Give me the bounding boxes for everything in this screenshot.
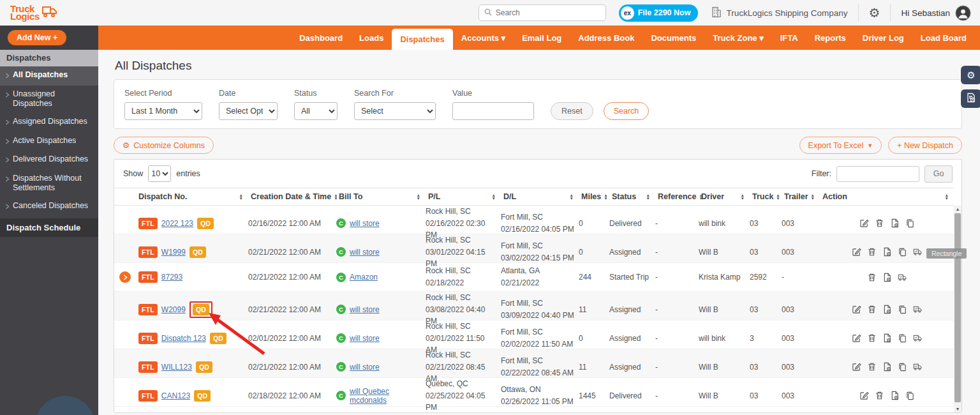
- table-scrollbar[interactable]: ▲ ▼: [954, 206, 961, 412]
- settings-gear-icon[interactable]: ⚙: [869, 6, 880, 19]
- delete-icon[interactable]: [867, 305, 877, 314]
- column-header-p-l[interactable]: P/L▲▼: [426, 192, 501, 201]
- export-to-excel-button[interactable]: Export To Excel ▼: [799, 137, 882, 154]
- bill-to-link[interactable]: will store: [350, 248, 380, 257]
- delete-icon[interactable]: [867, 273, 877, 282]
- nav-item-driver-log[interactable]: Driver Log: [854, 26, 912, 50]
- nav-item-ifta[interactable]: IFTA: [772, 26, 806, 50]
- truck-icon[interactable]: [913, 305, 923, 314]
- sidebar-item-canceled-dispatches[interactable]: Canceled Dispatches: [0, 197, 98, 216]
- qd-badge[interactable]: QD: [193, 304, 209, 315]
- chat-bubble-button[interactable]: [35, 396, 95, 415]
- scroll-up-icon[interactable]: ▲: [954, 207, 961, 211]
- truck-icon[interactable]: [913, 333, 923, 343]
- copy-icon[interactable]: [898, 247, 907, 257]
- sort-icon[interactable]: ▲▼: [492, 193, 496, 200]
- nav-item-address-book[interactable]: Address Book: [570, 26, 642, 50]
- sort-icon[interactable]: ▲▼: [776, 193, 780, 200]
- qd-badge[interactable]: QD: [196, 361, 212, 373]
- qd-badge[interactable]: QD: [189, 246, 206, 258]
- search-button[interactable]: Search: [604, 102, 650, 120]
- truck-icon[interactable]: [913, 247, 923, 257]
- scrollbar-thumb[interactable]: [954, 213, 961, 402]
- document-icon[interactable]: [882, 273, 892, 282]
- side-report-log-button[interactable]: [961, 89, 980, 108]
- nav-item-loads[interactable]: Loads: [351, 26, 392, 50]
- go-button[interactable]: Go: [924, 165, 953, 183]
- edit-icon[interactable]: [852, 362, 861, 372]
- sort-icon[interactable]: ▲▼: [604, 193, 607, 200]
- scroll-down-icon[interactable]: ▼: [954, 407, 961, 411]
- column-header-miles[interactable]: Miles▲▼: [579, 192, 609, 201]
- column-header-bill-to[interactable]: Bill To▲▼: [336, 192, 426, 201]
- qd-badge[interactable]: QD: [194, 390, 211, 402]
- edit-icon[interactable]: [852, 247, 861, 257]
- user-avatar-icon[interactable]: [955, 5, 971, 21]
- copy-icon[interactable]: [898, 305, 907, 314]
- column-header-dispatch-no[interactable]: Dispatch No.▲▼: [136, 192, 248, 201]
- delete-icon[interactable]: [867, 247, 877, 257]
- sidebar-item-dispatches-without-settlements[interactable]: Dispatches Without Settlements: [0, 170, 98, 197]
- bill-to-link[interactable]: will store: [350, 219, 380, 228]
- dispatch-number-link[interactable]: 2022 123: [161, 219, 193, 228]
- company-selector[interactable]: TruckLogics Shipping Company: [711, 6, 847, 20]
- reset-button[interactable]: Reset: [551, 102, 593, 120]
- document-icon[interactable]: [882, 362, 892, 372]
- nav-item-accounts[interactable]: Accounts ▾: [453, 26, 514, 50]
- dispatch-number-link[interactable]: W1999: [161, 248, 186, 257]
- sidebar-item-unassigned-dispatches[interactable]: Unassigned Dispatches: [0, 86, 98, 113]
- truck-icon[interactable]: [913, 362, 923, 372]
- sidebar-item-all-dispatches[interactable]: All Dispatches: [0, 66, 98, 86]
- edit-icon[interactable]: [852, 333, 861, 343]
- bill-to-link[interactable]: will store: [350, 305, 380, 314]
- dispatch-number-link[interactable]: W2099: [161, 305, 186, 314]
- column-header-status[interactable]: Status▲▼: [609, 192, 655, 201]
- trucklogics-logo[interactable]: Truck Logics: [10, 4, 60, 22]
- side-gear-button[interactable]: ⚙: [961, 66, 980, 84]
- nav-item-documents[interactable]: Documents: [642, 26, 704, 50]
- nav-item-truck-zone[interactable]: Truck Zone ▾: [704, 26, 772, 50]
- column-header-d-l[interactable]: D/L▲▼: [501, 192, 579, 201]
- bill-to-link[interactable]: will Quebec mcdonalds: [350, 387, 423, 405]
- file-2290-button[interactable]: ex File 2290 Now: [619, 4, 699, 22]
- sort-icon[interactable]: ▲▼: [646, 193, 650, 200]
- copy-icon[interactable]: [898, 333, 907, 343]
- dispatch-number-link[interactable]: Dispatch 123: [161, 334, 206, 343]
- delete-icon[interactable]: [867, 333, 877, 343]
- delete-icon[interactable]: [867, 362, 877, 372]
- qd-badge[interactable]: QD: [210, 333, 226, 344]
- dispatch-number-link[interactable]: 87293: [161, 273, 182, 282]
- edit-icon[interactable]: [859, 391, 869, 400]
- expand-row-button[interactable]: [119, 271, 131, 283]
- nav-item-load-board[interactable]: Load Board: [912, 26, 975, 50]
- sort-icon[interactable]: ▲▼: [741, 193, 745, 200]
- select-period-dropdown[interactable]: Last 1 Month: [124, 102, 202, 120]
- nav-item-dispatches[interactable]: Dispatches: [392, 29, 452, 50]
- sidebar-item-assigned-dispatches[interactable]: Assigned Dispatches: [0, 113, 98, 132]
- copy-icon[interactable]: [898, 362, 907, 372]
- copy-icon[interactable]: [905, 218, 915, 228]
- sort-icon[interactable]: ▲▼: [811, 193, 815, 200]
- nav-item-dashboard[interactable]: Dashboard: [291, 26, 351, 50]
- column-header-reference[interactable]: Reference▲▼: [655, 192, 699, 201]
- dispatch-number-link[interactable]: CAN123: [161, 391, 190, 400]
- status-dropdown[interactable]: All: [294, 102, 338, 120]
- document-icon[interactable]: [882, 305, 892, 314]
- sidebar-item-active-dispatches[interactable]: Active Dispatches: [0, 132, 98, 151]
- document-icon[interactable]: [882, 247, 892, 257]
- sort-icon[interactable]: ▲▼: [239, 193, 243, 200]
- edit-icon[interactable]: [859, 218, 869, 228]
- search-for-dropdown[interactable]: Select: [354, 102, 436, 120]
- new-dispatch-button[interactable]: + New Dispatch: [888, 137, 962, 154]
- sort-icon[interactable]: ▲▼: [417, 193, 420, 200]
- search-input[interactable]: [496, 8, 600, 17]
- entries-per-page-select[interactable]: 10: [148, 165, 171, 182]
- column-header-truck[interactable]: Truck▲▼: [750, 192, 782, 201]
- bill-to-link[interactable]: Amazon: [350, 273, 378, 282]
- bill-to-link[interactable]: will store: [350, 363, 380, 372]
- value-input[interactable]: [452, 102, 534, 120]
- sort-icon[interactable]: ▲▼: [945, 193, 949, 200]
- sort-icon[interactable]: ▲▼: [570, 193, 574, 200]
- sidebar-item-delivered-dispatches[interactable]: Delivered Dispatches: [0, 151, 98, 170]
- sidebar-item-dispatch-schedule[interactable]: Dispatch Schedule: [0, 218, 98, 237]
